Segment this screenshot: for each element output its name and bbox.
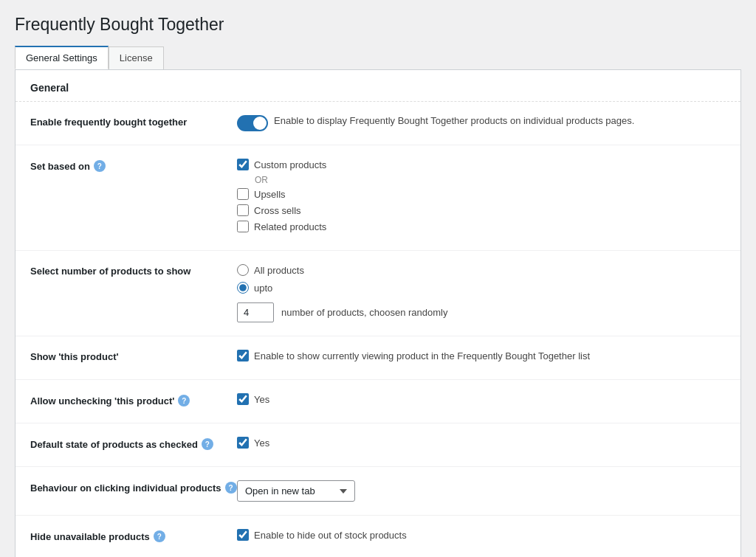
row-enable-fbt: Enable frequently bought together Enable…: [16, 102, 740, 145]
content-behaviour-clicking: Open in new tab Open in same tab: [237, 480, 726, 502]
label-behaviour-clicking: Behaviour on clicking individual product…: [30, 480, 237, 494]
content-show-this-product: Enable to show currently viewing product…: [237, 350, 726, 366]
checkbox-allow-unchecking-row: Yes: [237, 393, 726, 405]
label-show-this-product: Show 'this product': [30, 350, 237, 362]
checkbox-input-cross-sells[interactable]: [237, 204, 249, 216]
label-select-number: Select number of products to show: [30, 264, 237, 277]
number-of-products-input[interactable]: [237, 302, 274, 322]
radio-all-products: All products: [237, 264, 726, 276]
row-select-number: Select number of products to show All pr…: [16, 251, 740, 336]
help-icon-allow-unchecking[interactable]: ?: [178, 395, 190, 406]
help-icon-set-based-on[interactable]: ?: [94, 160, 106, 172]
checkbox-input-default-state[interactable]: [237, 437, 249, 449]
label-enable-fbt: Enable frequently bought together: [30, 115, 237, 128]
help-icon-behaviour-clicking[interactable]: ?: [225, 482, 237, 494]
label-default-state: Default state of products as checked ?: [30, 437, 237, 450]
content-hide-unavailable: Enable to hide out of stock products: [237, 529, 726, 545]
checkbox-input-hide-unavailable[interactable]: [237, 529, 249, 541]
help-icon-default-state[interactable]: ?: [202, 438, 213, 450]
settings-card: General Enable frequently bought togethe…: [15, 69, 741, 557]
row-behaviour-clicking: Behaviour on clicking individual product…: [16, 467, 740, 516]
page-title: Frequently Bought Together: [15, 15, 741, 35]
checkbox-custom-products: Custom products: [237, 159, 726, 170]
checkbox-show-this-product-row: Enable to show currently viewing product…: [237, 350, 726, 361]
radio-input-all-products[interactable]: [237, 264, 249, 276]
number-input-row: number of products, choosen randomly: [237, 302, 726, 322]
checkbox-hide-unavailable-row: Enable to hide out of stock products: [237, 529, 726, 541]
radio-input-upto[interactable]: [237, 282, 249, 294]
row-set-based-on: Set based on ? Custom products OR Upsell…: [16, 145, 740, 251]
checkbox-cross-sells: Cross sells: [237, 204, 726, 216]
label-set-based-on: Set based on ?: [30, 159, 237, 172]
tab-license[interactable]: License: [109, 46, 164, 69]
row-default-state: Default state of products as checked ? Y…: [16, 423, 740, 467]
content-allow-unchecking: Yes: [237, 393, 726, 409]
checkbox-input-upsells[interactable]: [237, 188, 249, 200]
row-hide-unavailable: Hide unavailable products ? Enable to hi…: [16, 516, 740, 557]
checkbox-upsells: Upsells: [237, 188, 726, 200]
checkbox-input-show-this-product[interactable]: [237, 350, 249, 361]
toggle-enable-fbt[interactable]: [237, 115, 268, 131]
content-enable-fbt: Enable to display Frequently Bought Toge…: [237, 115, 726, 131]
behaviour-dropdown[interactable]: Open in new tab Open in same tab: [237, 480, 355, 502]
or-divider: OR: [255, 175, 726, 185]
row-show-this-product: Show 'this product' Enable to show curre…: [16, 336, 740, 380]
radio-upto: upto: [237, 282, 726, 294]
tab-general-settings[interactable]: General Settings: [15, 46, 109, 69]
section-header: General: [16, 70, 740, 102]
checkbox-input-related-products[interactable]: [237, 221, 249, 232]
content-select-number: All products upto number of products, ch…: [237, 264, 726, 322]
label-hide-unavailable: Hide unavailable products ?: [30, 529, 237, 542]
checkbox-default-state-row: Yes: [237, 437, 726, 449]
content-default-state: Yes: [237, 437, 726, 453]
help-icon-hide-unavailable[interactable]: ?: [154, 530, 165, 542]
label-allow-unchecking: Allow unchecking 'this product' ?: [30, 393, 237, 406]
checkbox-related-products: Related products: [237, 221, 726, 232]
checkbox-input-custom-products[interactable]: [237, 159, 249, 170]
content-set-based-on: Custom products OR Upsells Cross sells R…: [237, 159, 726, 237]
checkbox-input-allow-unchecking[interactable]: [237, 393, 249, 405]
tabs-bar: General Settings License: [15, 46, 741, 69]
row-allow-unchecking: Allow unchecking 'this product' ? Yes: [16, 380, 740, 423]
